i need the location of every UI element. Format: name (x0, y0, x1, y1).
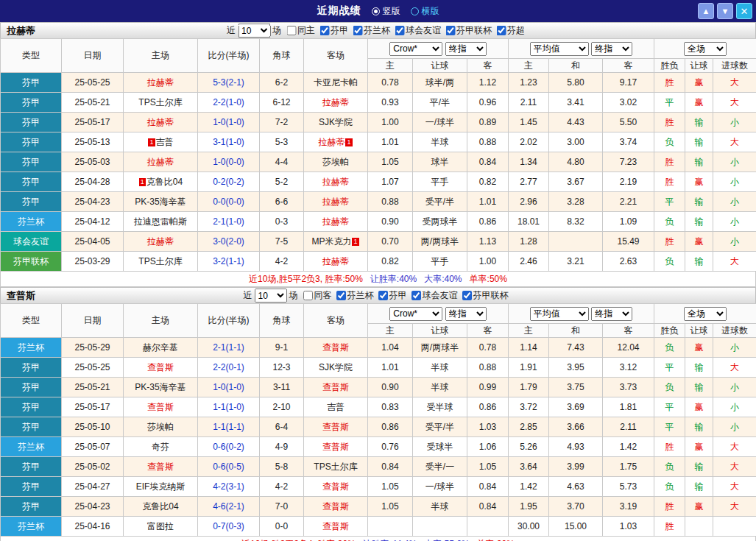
home-team-name[interactable]: 拉赫蒂 (147, 117, 174, 127)
home-team-name[interactable]: 赫尔辛基 (143, 342, 178, 353)
home-team-name[interactable]: 莎埃帕 (147, 422, 174, 432)
filter-checkbox-芬甲[interactable]: 芬甲 (319, 24, 348, 37)
away-team-name[interactable]: 查普斯 (322, 342, 349, 353)
away-team-name[interactable]: SJK学院 (319, 117, 353, 127)
home-team-name[interactable]: 拉赫蒂 (147, 236, 174, 247)
home-team-name[interactable]: PK-35海辛基 (135, 382, 186, 392)
checkbox-input[interactable] (286, 26, 296, 35)
cell-corners: 5-3 (260, 132, 304, 152)
filter-checkbox-芬甲联杯[interactable]: 芬甲联杯 (462, 289, 509, 302)
home-team-name[interactable]: 查普斯 (147, 362, 174, 372)
bookmaker-select[interactable]: Crow* (389, 307, 442, 321)
team-section: 拉赫蒂 近 10 场 同主芬甲芬兰杯球会友谊芬甲联杯芬超 类型 日期 (0, 22, 756, 287)
home-team-name[interactable]: 拉迪恩雷帕斯 (134, 216, 187, 227)
away-team-name[interactable]: 拉赫蒂 (322, 216, 349, 227)
cell-handicap: 受平/半 (413, 192, 467, 212)
filter-checkbox-芬甲联杯[interactable]: 芬甲联杯 (445, 24, 492, 37)
euro-average-select[interactable]: 平均值 (530, 307, 589, 321)
away-team-name[interactable]: 莎埃帕 (322, 157, 349, 167)
move-down-button[interactable]: ▼ (717, 3, 733, 19)
asia-odds-stage-select[interactable]: 终指 (445, 307, 487, 321)
euro-average-select[interactable]: 平均值 (530, 42, 589, 56)
cell-handicap: 受半/一 (413, 457, 467, 477)
filter-checkbox-芬兰杯[interactable]: 芬兰杯 (336, 289, 374, 302)
cell-handicap: 球半 (413, 152, 467, 172)
home-team-name[interactable]: 吉普 (156, 137, 174, 147)
filter-checkbox-芬兰杯[interactable]: 芬兰杯 (353, 24, 390, 37)
filter-checkbox-芬超[interactable]: 芬超 (496, 24, 525, 37)
filter-checkbox-同主[interactable]: 同主 (286, 24, 315, 37)
match-count-select[interactable]: 10 (238, 24, 270, 38)
away-team-name[interactable]: 拉赫蒂 (322, 256, 349, 266)
checkbox-input[interactable] (336, 291, 346, 300)
layout-radio-vertical[interactable]: 竖版 (372, 5, 400, 18)
cell-score: 1-0(1-0) (198, 378, 260, 397)
away-team-name[interactable]: 吉普 (327, 402, 345, 412)
cell-euro-home-odds: 1.45 (509, 113, 549, 132)
away-team-name[interactable]: SJK学院 (319, 362, 353, 372)
match-scope-select[interactable]: 全场 (684, 42, 727, 56)
match-count-select[interactable]: 10 (255, 289, 287, 303)
checkbox-input[interactable] (303, 291, 313, 300)
match-scope-select[interactable]: 全场 (684, 307, 727, 321)
layout-radio-horizontal[interactable]: 横版 (411, 5, 439, 18)
home-team-name[interactable]: 富图拉 (147, 521, 174, 531)
away-team-name[interactable]: 卡亚尼卡帕 (314, 77, 358, 88)
cell-euro-home-odds: 1.23 (509, 73, 549, 93)
cell-handicap: 受两球半 (413, 212, 467, 232)
radio-label-horizontal: 横版 (422, 5, 439, 18)
home-team-name[interactable]: 克鲁比04 (146, 177, 183, 187)
match-row: 芬兰杯 25-04-16 富图拉 0-7(0-3) 0-0 查普斯 30.00 … (1, 517, 756, 537)
home-team-name[interactable]: 拉赫蒂 (147, 77, 174, 88)
cell-away-team: SJK学院 (304, 113, 368, 132)
move-up-button[interactable]: ▲ (698, 3, 714, 19)
cell-asia-home-odds: 1.00 (368, 113, 413, 132)
filter-checkbox-球会友谊[interactable]: 球会友谊 (395, 24, 441, 37)
euro-odds-stage-select[interactable]: 终指 (591, 307, 632, 321)
checkbox-input[interactable] (378, 291, 388, 300)
home-team-name[interactable]: PK-35海辛基 (135, 197, 186, 207)
checkbox-input[interactable] (496, 26, 506, 35)
away-team-name[interactable]: 查普斯 (322, 442, 349, 452)
home-team-name[interactable]: 奇芬 (152, 442, 169, 452)
away-team-name[interactable]: 拉赫蒂 (322, 97, 349, 107)
home-team-name[interactable]: 拉赫蒂 (147, 157, 174, 167)
cell-euro-draw-odds: 3.41 (549, 93, 603, 113)
checkbox-input[interactable] (462, 291, 472, 300)
away-team-name[interactable]: TPS土尔库 (314, 462, 357, 472)
home-team-name[interactable]: 查普斯 (147, 402, 174, 412)
away-team-name[interactable]: 查普斯 (322, 382, 349, 392)
cell-league-type: 芬兰杯 (1, 212, 62, 232)
asia-odds-stage-select[interactable]: 终指 (445, 42, 487, 56)
home-team-name[interactable]: 克鲁比04 (142, 501, 178, 512)
away-team-name[interactable]: 查普斯 (322, 501, 349, 512)
home-team-name[interactable]: EIF埃克纳斯 (136, 481, 186, 492)
cell-goals: 小 (713, 338, 756, 358)
cell-euro-draw-odds: 4.80 (549, 152, 603, 172)
filter-checkbox-芬甲[interactable]: 芬甲 (378, 289, 407, 302)
cell-asia-home-odds: 0.93 (368, 93, 413, 113)
checkbox-input[interactable] (319, 26, 329, 35)
home-team-name[interactable]: TPS土尔库 (138, 256, 182, 266)
away-team-name[interactable]: 拉赫蒂 (318, 137, 345, 147)
away-team-name[interactable]: MP米克力 (311, 236, 351, 247)
filter-checkbox-同客[interactable]: 同客 (303, 289, 332, 302)
away-team-name[interactable]: 拉赫蒂 (322, 197, 349, 207)
away-team-name[interactable]: 查普斯 (322, 481, 349, 492)
subheader-handicap: 让球 (413, 59, 467, 73)
home-team-name[interactable]: 查普斯 (147, 462, 174, 472)
filter-checkbox-球会友谊[interactable]: 球会友谊 (411, 289, 458, 302)
euro-odds-stage-select[interactable]: 终指 (591, 42, 632, 56)
cell-asia-away-odds: 0.88 (467, 358, 509, 378)
checkbox-input[interactable] (395, 26, 404, 35)
bookmaker-select[interactable]: Crow* (389, 42, 442, 56)
checkbox-input[interactable] (411, 291, 421, 300)
checkbox-input[interactable] (353, 26, 362, 35)
away-team-name[interactable]: 拉赫蒂 (322, 177, 349, 187)
cell-league-type: 芬甲 (1, 497, 62, 517)
close-button[interactable]: ✕ (736, 3, 752, 19)
home-team-name[interactable]: TPS土尔库 (138, 97, 182, 107)
away-team-name[interactable]: 查普斯 (322, 521, 349, 531)
away-team-name[interactable]: 查普斯 (322, 422, 349, 432)
checkbox-input[interactable] (445, 26, 455, 35)
